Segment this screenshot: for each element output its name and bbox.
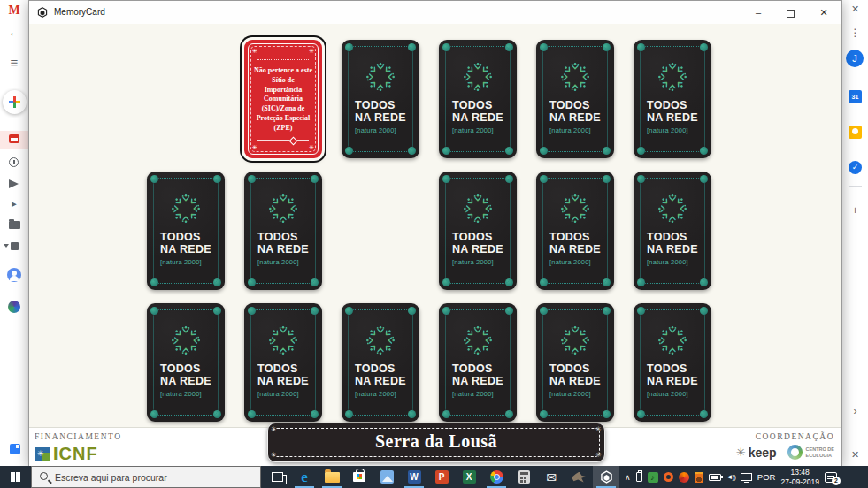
- card-corner-ornament-icon: ✳: [309, 48, 314, 54]
- panel-close-icon[interactable]: ✕: [842, 449, 868, 461]
- expand-chevron-icon[interactable]: ›: [842, 405, 868, 417]
- card-subtitle: [natura 2000]: [160, 390, 215, 398]
- window-titlebar[interactable]: MemoryCard – ✕: [29, 1, 841, 24]
- eagle-app-button[interactable]: [565, 466, 592, 488]
- minimize-button[interactable]: –: [742, 1, 774, 24]
- financing-block: FINANCIAMENTO ICNF: [35, 432, 122, 464]
- folder-icon: [325, 472, 340, 483]
- calculator-button[interactable]: [511, 466, 537, 488]
- system-tray: ∧ ♪ ◄)) POR 13:48 27-09-2019 2: [625, 466, 868, 488]
- memory-card-back[interactable]: TODOS NA REDE [natura 2000]: [634, 172, 711, 290]
- account-avatar[interactable]: J: [846, 50, 864, 67]
- memory-card-back[interactable]: TODOS NA REDE [natura 2000]: [634, 303, 711, 422]
- flame-tray-icon[interactable]: [695, 472, 703, 483]
- memory-card-back[interactable]: TODOS NA REDE [natura 2000]: [634, 40, 711, 158]
- tasks-icon[interactable]: ✓: [849, 161, 862, 174]
- chevron-icon[interactable]: ▸: [0, 198, 28, 210]
- card-title-line1: TODOS: [549, 232, 604, 244]
- memory-card-flipped[interactable]: ✳ ✳ ✳ ✳ Não pertence a este Sítio de Imp…: [244, 40, 322, 158]
- keep-icon[interactable]: [849, 126, 862, 139]
- excel-button[interactable]: X: [456, 466, 482, 488]
- usb-tray-icon[interactable]: [636, 472, 642, 482]
- memory-card-back[interactable]: TODOS NA REDE [natura 2000]: [147, 303, 225, 422]
- card-title-line1: TODOS: [647, 363, 702, 376]
- natura-snowflake-icon: [458, 189, 497, 228]
- powerpoint-button[interactable]: P: [428, 466, 455, 488]
- unity-icon: [599, 469, 614, 484]
- taskbar-search[interactable]: [31, 466, 261, 488]
- memory-card-back[interactable]: TODOS NA REDE [natura 2000]: [244, 303, 322, 422]
- card-title-line1: TODOS: [355, 100, 410, 112]
- card-title-line2: NA REDE: [257, 244, 312, 256]
- memory-card-back[interactable]: TODOS NA REDE [natura 2000]: [536, 40, 614, 158]
- card-subtitle: [natura 2000]: [257, 390, 312, 398]
- card-title-line1: TODOS: [257, 232, 312, 244]
- memory-card-back[interactable]: TODOS NA REDE [natura 2000]: [147, 172, 225, 290]
- memory-card-back[interactable]: TODOS NA REDE [natura 2000]: [342, 40, 419, 158]
- sent-icon[interactable]: [9, 179, 19, 188]
- natura-snowflake-icon: [556, 321, 595, 360]
- file-explorer-button[interactable]: [319, 466, 345, 488]
- orange-o-tray-icon[interactable]: [664, 472, 673, 482]
- tray-chevron-icon[interactable]: ∧: [625, 473, 631, 482]
- photos-button[interactable]: [373, 466, 400, 488]
- close-button[interactable]: ✕: [808, 1, 840, 24]
- edge-taskbar-button[interactable]: e: [291, 466, 318, 488]
- antivirus-tray-icon[interactable]: [679, 472, 689, 483]
- memory-card-back[interactable]: TODOS NA REDE [natura 2000]: [342, 303, 419, 422]
- speaker-icon[interactable]: ◄)): [726, 473, 735, 481]
- inbox-selected-row[interactable]: [0, 131, 29, 149]
- network-icon[interactable]: [741, 473, 752, 481]
- eagle-icon: [572, 472, 586, 483]
- calendar-icon[interactable]: 31: [849, 90, 862, 103]
- card-title-line2: NA REDE: [647, 244, 702, 256]
- maximize-button[interactable]: [774, 1, 806, 24]
- search-input[interactable]: [55, 467, 254, 487]
- menu-dots-icon[interactable]: ⋮: [842, 27, 868, 39]
- card-face-text: Não pertence a este Sítio de Importância…: [254, 66, 312, 133]
- card-subtitle: [natura 2000]: [452, 258, 507, 266]
- tab-close-icon[interactable]: ✕: [842, 4, 868, 15]
- card-grid: ✳ ✳ ✳ ✳ Não pertence a este Sítio de Imp…: [147, 40, 711, 422]
- start-button[interactable]: [0, 466, 30, 488]
- microsoft-store-button[interactable]: [346, 466, 373, 488]
- memory-card-back[interactable]: TODOS NA REDE [natura 2000]: [439, 172, 517, 290]
- icnf-logo-icon: [35, 447, 50, 461]
- language-indicator[interactable]: POR: [757, 472, 776, 482]
- gmail-logo-icon: M: [0, 4, 28, 18]
- maximize-icon: [787, 10, 795, 18]
- memory-card-back[interactable]: TODOS NA REDE [natura 2000]: [439, 40, 517, 158]
- card-back-text: TODOS NA REDE [natura 2000]: [452, 232, 507, 266]
- memory-card-back[interactable]: TODOS NA REDE [natura 2000]: [536, 172, 614, 290]
- compose-button[interactable]: [3, 90, 27, 114]
- bottom-app-icon[interactable]: [10, 444, 20, 454]
- card-title-line2: NA REDE: [647, 376, 702, 388]
- hangouts-icon[interactable]: [8, 301, 20, 313]
- memory-card-back[interactable]: TODOS NA REDE [natura 2000]: [536, 303, 614, 422]
- card-title-line2: NA REDE: [355, 112, 410, 125]
- unity-taskbar-button[interactable]: [593, 466, 619, 488]
- contact-avatar-icon[interactable]: [7, 268, 21, 282]
- memory-card-back[interactable]: TODOS NA REDE [natura 2000]: [244, 172, 322, 290]
- folder-icon[interactable]: [9, 221, 20, 229]
- banner-title: Serra da Lousã: [268, 431, 604, 452]
- chrome-button[interactable]: [483, 466, 510, 488]
- card-title-line2: NA REDE: [160, 376, 215, 388]
- mail-button[interactable]: ✉: [538, 466, 565, 488]
- card-title-line2: NA REDE: [647, 112, 702, 125]
- add-panel-icon[interactable]: +: [842, 203, 868, 217]
- action-center-button[interactable]: 2: [825, 472, 837, 483]
- word-button[interactable]: W: [401, 466, 427, 488]
- card-face-content: Não pertence a este Sítio de Importância…: [254, 59, 312, 141]
- snoozed-clock-icon[interactable]: [9, 157, 19, 167]
- memory-card-back[interactable]: TODOS NA REDE [natura 2000]: [439, 303, 517, 422]
- task-view-button[interactable]: [264, 466, 290, 488]
- card-subtitle: [natura 2000]: [160, 258, 215, 266]
- battery-icon[interactable]: [709, 474, 721, 481]
- back-arrow-icon[interactable]: ←: [0, 25, 28, 39]
- card-corner-ornament-icon: ✳: [309, 144, 314, 150]
- music-tray-icon[interactable]: ♪: [648, 472, 658, 483]
- label-icon[interactable]: [11, 242, 19, 250]
- hamburger-menu-icon[interactable]: ≡: [0, 55, 28, 70]
- taskbar-clock[interactable]: 13:48 27-09-2019: [780, 468, 818, 486]
